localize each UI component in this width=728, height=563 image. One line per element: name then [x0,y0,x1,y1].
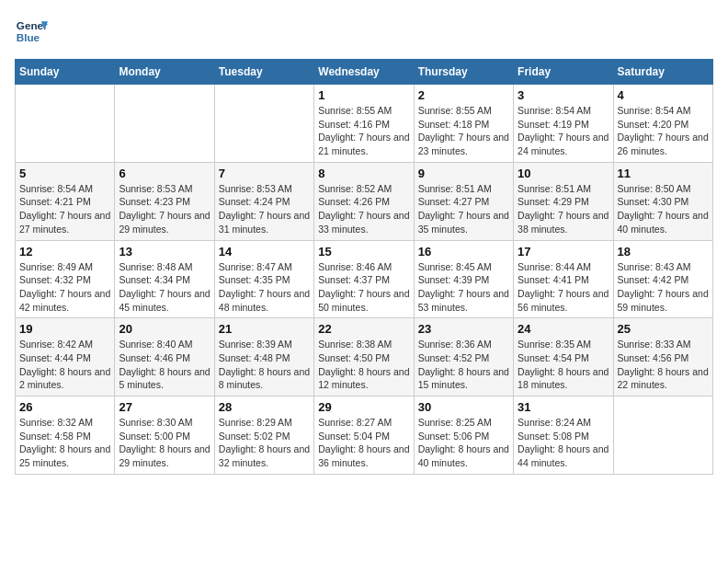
day-number: 29 [318,400,409,414]
day-number: 31 [518,400,609,414]
calendar-cell-w4-d1: 27Sunrise: 8:30 AMSunset: 5:00 PMDayligh… [115,396,214,475]
calendar-cell-w2-d0: 12Sunrise: 8:49 AMSunset: 4:32 PMDayligh… [16,240,115,318]
day-number: 18 [618,245,709,259]
calendar-cell-w1-d6: 11Sunrise: 8:50 AMSunset: 4:30 PMDayligh… [613,162,712,240]
weekday-friday: Friday [514,60,613,85]
day-info: Sunrise: 8:24 AMSunset: 5:08 PMDaylight:… [518,416,609,470]
day-info: Sunrise: 8:52 AMSunset: 4:26 PMDaylight:… [318,182,409,236]
day-number: 21 [219,322,310,336]
logo-icon: General Blue [15,15,48,48]
page-header: General Blue [15,15,713,48]
calendar-cell-w2-d6: 18Sunrise: 8:43 AMSunset: 4:42 PMDayligh… [613,240,712,318]
calendar-cell-w2-d3: 15Sunrise: 8:46 AMSunset: 4:37 PMDayligh… [314,240,414,318]
day-number: 17 [518,245,609,259]
calendar-cell-w3-d6: 25Sunrise: 8:33 AMSunset: 4:56 PMDayligh… [613,318,712,396]
day-info: Sunrise: 8:47 AMSunset: 4:35 PMDaylight:… [219,260,310,315]
day-info: Sunrise: 8:40 AMSunset: 4:46 PMDaylight:… [119,338,210,392]
day-number: 16 [418,245,509,259]
weekday-sunday: Sunday [16,60,115,85]
weekday-saturday: Saturday [613,60,712,85]
weekday-thursday: Thursday [414,60,513,85]
calendar-cell-w4-d6 [613,396,712,475]
day-number: 25 [618,322,709,336]
day-info: Sunrise: 8:32 AMSunset: 4:58 PMDaylight:… [19,416,110,470]
calendar-cell-w1-d3: 8Sunrise: 8:52 AMSunset: 4:26 PMDaylight… [314,162,414,240]
calendar-cell-w2-d4: 16Sunrise: 8:45 AMSunset: 4:39 PMDayligh… [414,240,513,318]
day-number: 14 [219,245,310,259]
day-number: 3 [518,88,609,102]
day-info: Sunrise: 8:54 AMSunset: 4:19 PMDaylight:… [518,104,609,158]
day-info: Sunrise: 8:50 AMSunset: 4:30 PMDaylight:… [618,182,709,236]
day-info: Sunrise: 8:49 AMSunset: 4:32 PMDaylight:… [19,260,110,315]
day-number: 22 [318,322,409,336]
day-info: Sunrise: 8:30 AMSunset: 5:00 PMDaylight:… [119,416,210,470]
calendar-cell-w4-d3: 29Sunrise: 8:27 AMSunset: 5:04 PMDayligh… [314,396,414,475]
day-info: Sunrise: 8:46 AMSunset: 4:37 PMDaylight:… [318,260,409,315]
calendar-cell-w3-d4: 23Sunrise: 8:36 AMSunset: 4:52 PMDayligh… [414,318,513,396]
day-number: 1 [318,88,409,102]
day-number: 4 [618,88,709,102]
day-info: Sunrise: 8:45 AMSunset: 4:39 PMDaylight:… [418,260,509,315]
weekday-tuesday: Tuesday [214,60,313,85]
calendar-cell-w0-d6: 4Sunrise: 8:54 AMSunset: 4:20 PMDaylight… [613,85,712,163]
calendar-cell-w3-d0: 19Sunrise: 8:42 AMSunset: 4:44 PMDayligh… [16,318,115,396]
calendar-table: SundayMondayTuesdayWednesdayThursdayFrid… [15,59,713,475]
calendar-cell-w2-d2: 14Sunrise: 8:47 AMSunset: 4:35 PMDayligh… [214,240,313,318]
day-number: 24 [518,322,609,336]
calendar-cell-w4-d0: 26Sunrise: 8:32 AMSunset: 4:58 PMDayligh… [16,396,115,475]
day-number: 23 [418,322,509,336]
calendar-cell-w0-d1 [115,85,214,163]
day-number: 12 [19,245,110,259]
day-info: Sunrise: 8:35 AMSunset: 4:54 PMDaylight:… [518,338,609,392]
day-info: Sunrise: 8:38 AMSunset: 4:50 PMDaylight:… [318,338,409,392]
day-number: 15 [318,245,409,259]
day-number: 5 [19,167,110,180]
day-number: 13 [119,245,210,259]
day-number: 20 [119,322,210,336]
calendar-cell-w2-d5: 17Sunrise: 8:44 AMSunset: 4:41 PMDayligh… [514,240,613,318]
calendar-cell-w3-d5: 24Sunrise: 8:35 AMSunset: 4:54 PMDayligh… [514,318,613,396]
day-info: Sunrise: 8:54 AMSunset: 4:21 PMDaylight:… [19,182,110,236]
day-number: 2 [418,88,509,102]
day-number: 19 [19,322,110,336]
calendar-cell-w1-d2: 7Sunrise: 8:53 AMSunset: 4:24 PMDaylight… [214,162,313,240]
day-info: Sunrise: 8:55 AMSunset: 4:16 PMDaylight:… [318,104,409,158]
weekday-monday: Monday [115,60,214,85]
weekday-wednesday: Wednesday [314,60,414,85]
calendar-cell-w1-d4: 9Sunrise: 8:51 AMSunset: 4:27 PMDaylight… [414,162,513,240]
calendar-cell-w3-d3: 22Sunrise: 8:38 AMSunset: 4:50 PMDayligh… [314,318,414,396]
calendar-cell-w2-d1: 13Sunrise: 8:48 AMSunset: 4:34 PMDayligh… [115,240,214,318]
day-info: Sunrise: 8:48 AMSunset: 4:34 PMDaylight:… [119,260,210,315]
calendar-cell-w0-d4: 2Sunrise: 8:55 AMSunset: 4:18 PMDaylight… [414,85,513,163]
svg-text:Blue: Blue [17,31,40,43]
day-info: Sunrise: 8:29 AMSunset: 5:02 PMDaylight:… [219,416,310,470]
day-number: 6 [119,167,210,180]
day-number: 11 [618,167,709,180]
calendar-cell-w0-d2 [214,85,313,163]
calendar-cell-w3-d2: 21Sunrise: 8:39 AMSunset: 4:48 PMDayligh… [214,318,313,396]
calendar-cell-w1-d1: 6Sunrise: 8:53 AMSunset: 4:23 PMDaylight… [115,162,214,240]
day-info: Sunrise: 8:51 AMSunset: 4:27 PMDaylight:… [418,182,509,236]
day-number: 8 [318,167,409,180]
calendar-cell-w4-d5: 31Sunrise: 8:24 AMSunset: 5:08 PMDayligh… [514,396,613,475]
calendar-cell-w3-d1: 20Sunrise: 8:40 AMSunset: 4:46 PMDayligh… [115,318,214,396]
calendar-cell-w0-d0 [16,85,115,163]
day-info: Sunrise: 8:53 AMSunset: 4:24 PMDaylight:… [219,182,310,236]
day-number: 28 [219,400,310,414]
calendar-cell-w0-d5: 3Sunrise: 8:54 AMSunset: 4:19 PMDaylight… [514,85,613,163]
calendar-cell-w1-d5: 10Sunrise: 8:51 AMSunset: 4:29 PMDayligh… [514,162,613,240]
day-number: 30 [418,400,509,414]
day-info: Sunrise: 8:27 AMSunset: 5:04 PMDaylight:… [318,416,409,470]
day-info: Sunrise: 8:54 AMSunset: 4:20 PMDaylight:… [618,104,709,158]
day-info: Sunrise: 8:53 AMSunset: 4:23 PMDaylight:… [119,182,210,236]
day-info: Sunrise: 8:55 AMSunset: 4:18 PMDaylight:… [418,104,509,158]
day-number: 10 [518,167,609,180]
day-info: Sunrise: 8:39 AMSunset: 4:48 PMDaylight:… [219,338,310,392]
day-info: Sunrise: 8:33 AMSunset: 4:56 PMDaylight:… [618,338,709,392]
day-info: Sunrise: 8:43 AMSunset: 4:42 PMDaylight:… [618,260,709,315]
calendar-cell-w4-d2: 28Sunrise: 8:29 AMSunset: 5:02 PMDayligh… [214,396,313,475]
day-number: 9 [418,167,509,180]
day-number: 27 [119,400,210,414]
day-info: Sunrise: 8:44 AMSunset: 4:41 PMDaylight:… [518,260,609,315]
day-number: 7 [219,167,310,180]
